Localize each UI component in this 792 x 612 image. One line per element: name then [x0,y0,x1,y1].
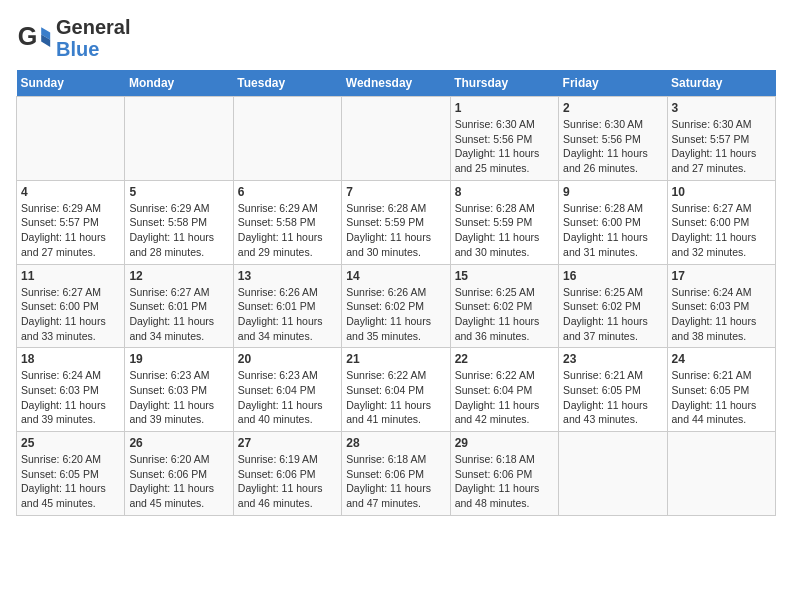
calendar-cell [667,432,775,516]
day-number: 18 [21,352,120,366]
calendar-header-row: Sunday Monday Tuesday Wednesday Thursday… [17,70,776,97]
day-info: Sunrise: 6:18 AMSunset: 6:06 PMDaylight:… [346,452,445,511]
day-info: Sunrise: 6:22 AMSunset: 6:04 PMDaylight:… [346,368,445,427]
day-info: Sunrise: 6:29 AMSunset: 5:58 PMDaylight:… [238,201,337,260]
day-number: 19 [129,352,228,366]
day-number: 6 [238,185,337,199]
day-info: Sunrise: 6:30 AMSunset: 5:56 PMDaylight:… [563,117,662,176]
calendar-cell: 19Sunrise: 6:23 AMSunset: 6:03 PMDayligh… [125,348,233,432]
day-number: 25 [21,436,120,450]
calendar-week-5: 25Sunrise: 6:20 AMSunset: 6:05 PMDayligh… [17,432,776,516]
col-wednesday: Wednesday [342,70,450,97]
day-info: Sunrise: 6:26 AMSunset: 6:02 PMDaylight:… [346,285,445,344]
col-tuesday: Tuesday [233,70,341,97]
calendar-cell: 18Sunrise: 6:24 AMSunset: 6:03 PMDayligh… [17,348,125,432]
day-number: 23 [563,352,662,366]
calendar-cell: 26Sunrise: 6:20 AMSunset: 6:06 PMDayligh… [125,432,233,516]
day-info: Sunrise: 6:23 AMSunset: 6:03 PMDaylight:… [129,368,228,427]
logo: G General Blue [16,16,130,60]
day-number: 3 [672,101,771,115]
col-saturday: Saturday [667,70,775,97]
day-info: Sunrise: 6:27 AMSunset: 6:00 PMDaylight:… [672,201,771,260]
day-info: Sunrise: 6:20 AMSunset: 6:06 PMDaylight:… [129,452,228,511]
svg-text:G: G [18,22,38,50]
calendar-cell: 13Sunrise: 6:26 AMSunset: 6:01 PMDayligh… [233,264,341,348]
day-info: Sunrise: 6:28 AMSunset: 6:00 PMDaylight:… [563,201,662,260]
day-number: 5 [129,185,228,199]
day-number: 17 [672,269,771,283]
day-number: 15 [455,269,554,283]
day-number: 28 [346,436,445,450]
day-info: Sunrise: 6:21 AMSunset: 6:05 PMDaylight:… [563,368,662,427]
calendar-week-1: 1Sunrise: 6:30 AMSunset: 5:56 PMDaylight… [17,97,776,181]
day-info: Sunrise: 6:26 AMSunset: 6:01 PMDaylight:… [238,285,337,344]
col-sunday: Sunday [17,70,125,97]
col-thursday: Thursday [450,70,558,97]
day-number: 2 [563,101,662,115]
calendar-cell [342,97,450,181]
day-number: 13 [238,269,337,283]
day-number: 1 [455,101,554,115]
calendar-cell: 29Sunrise: 6:18 AMSunset: 6:06 PMDayligh… [450,432,558,516]
calendar-cell: 8Sunrise: 6:28 AMSunset: 5:59 PMDaylight… [450,180,558,264]
calendar-cell: 24Sunrise: 6:21 AMSunset: 6:05 PMDayligh… [667,348,775,432]
calendar-cell: 1Sunrise: 6:30 AMSunset: 5:56 PMDaylight… [450,97,558,181]
day-info: Sunrise: 6:30 AMSunset: 5:57 PMDaylight:… [672,117,771,176]
day-info: Sunrise: 6:30 AMSunset: 5:56 PMDaylight:… [455,117,554,176]
calendar-cell [233,97,341,181]
calendar-cell: 15Sunrise: 6:25 AMSunset: 6:02 PMDayligh… [450,264,558,348]
day-number: 8 [455,185,554,199]
day-info: Sunrise: 6:22 AMSunset: 6:04 PMDaylight:… [455,368,554,427]
day-number: 29 [455,436,554,450]
day-info: Sunrise: 6:24 AMSunset: 6:03 PMDaylight:… [21,368,120,427]
calendar-cell: 9Sunrise: 6:28 AMSunset: 6:00 PMDaylight… [559,180,667,264]
col-monday: Monday [125,70,233,97]
page-header: G General Blue [16,16,776,60]
day-info: Sunrise: 6:21 AMSunset: 6:05 PMDaylight:… [672,368,771,427]
calendar-cell: 28Sunrise: 6:18 AMSunset: 6:06 PMDayligh… [342,432,450,516]
day-info: Sunrise: 6:28 AMSunset: 5:59 PMDaylight:… [346,201,445,260]
calendar-week-4: 18Sunrise: 6:24 AMSunset: 6:03 PMDayligh… [17,348,776,432]
day-number: 27 [238,436,337,450]
day-number: 24 [672,352,771,366]
calendar-cell: 22Sunrise: 6:22 AMSunset: 6:04 PMDayligh… [450,348,558,432]
calendar-cell: 11Sunrise: 6:27 AMSunset: 6:00 PMDayligh… [17,264,125,348]
day-info: Sunrise: 6:25 AMSunset: 6:02 PMDaylight:… [455,285,554,344]
calendar-cell: 25Sunrise: 6:20 AMSunset: 6:05 PMDayligh… [17,432,125,516]
calendar-week-2: 4Sunrise: 6:29 AMSunset: 5:57 PMDaylight… [17,180,776,264]
day-number: 11 [21,269,120,283]
day-number: 4 [21,185,120,199]
calendar-cell: 6Sunrise: 6:29 AMSunset: 5:58 PMDaylight… [233,180,341,264]
calendar-table: Sunday Monday Tuesday Wednesday Thursday… [16,70,776,516]
day-number: 10 [672,185,771,199]
calendar-cell: 21Sunrise: 6:22 AMSunset: 6:04 PMDayligh… [342,348,450,432]
calendar-cell: 10Sunrise: 6:27 AMSunset: 6:00 PMDayligh… [667,180,775,264]
day-info: Sunrise: 6:27 AMSunset: 6:00 PMDaylight:… [21,285,120,344]
calendar-cell: 14Sunrise: 6:26 AMSunset: 6:02 PMDayligh… [342,264,450,348]
calendar-cell: 17Sunrise: 6:24 AMSunset: 6:03 PMDayligh… [667,264,775,348]
day-info: Sunrise: 6:19 AMSunset: 6:06 PMDaylight:… [238,452,337,511]
day-number: 16 [563,269,662,283]
day-number: 14 [346,269,445,283]
calendar-cell: 16Sunrise: 6:25 AMSunset: 6:02 PMDayligh… [559,264,667,348]
day-number: 7 [346,185,445,199]
calendar-cell: 12Sunrise: 6:27 AMSunset: 6:01 PMDayligh… [125,264,233,348]
day-info: Sunrise: 6:20 AMSunset: 6:05 PMDaylight:… [21,452,120,511]
calendar-cell [125,97,233,181]
day-info: Sunrise: 6:28 AMSunset: 5:59 PMDaylight:… [455,201,554,260]
day-info: Sunrise: 6:24 AMSunset: 6:03 PMDaylight:… [672,285,771,344]
day-number: 22 [455,352,554,366]
calendar-cell [17,97,125,181]
day-info: Sunrise: 6:18 AMSunset: 6:06 PMDaylight:… [455,452,554,511]
calendar-cell: 5Sunrise: 6:29 AMSunset: 5:58 PMDaylight… [125,180,233,264]
day-info: Sunrise: 6:29 AMSunset: 5:57 PMDaylight:… [21,201,120,260]
day-number: 26 [129,436,228,450]
day-info: Sunrise: 6:27 AMSunset: 6:01 PMDaylight:… [129,285,228,344]
calendar-week-3: 11Sunrise: 6:27 AMSunset: 6:00 PMDayligh… [17,264,776,348]
calendar-cell: 4Sunrise: 6:29 AMSunset: 5:57 PMDaylight… [17,180,125,264]
day-number: 20 [238,352,337,366]
day-number: 21 [346,352,445,366]
col-friday: Friday [559,70,667,97]
logo-icon: G [16,20,52,56]
day-info: Sunrise: 6:29 AMSunset: 5:58 PMDaylight:… [129,201,228,260]
